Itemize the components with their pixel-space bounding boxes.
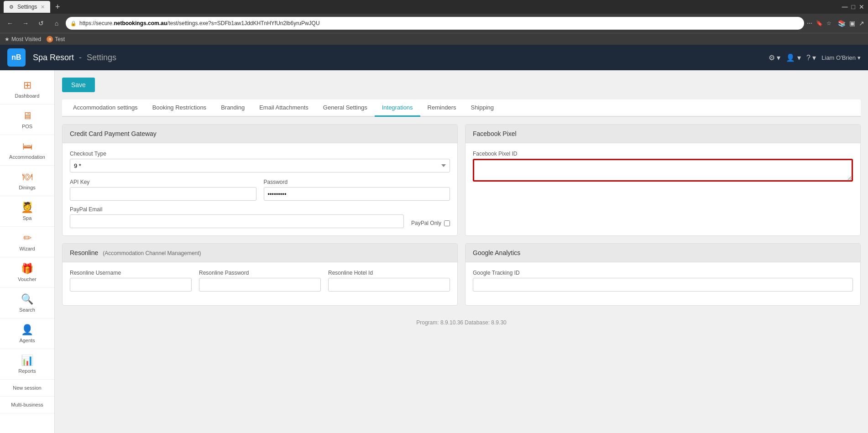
resonline-password-input[interactable]: [199, 278, 321, 292]
password-input[interactable]: [264, 187, 450, 201]
forward-button[interactable]: →: [19, 17, 32, 30]
logo-text: nB: [11, 53, 21, 62]
tab-accommodation-settings[interactable]: Accommodation settings: [66, 99, 145, 117]
sidebar-item-accommodation[interactable]: 🛏 Accommodation: [0, 135, 54, 166]
tab-integrations[interactable]: Integrations: [375, 99, 420, 117]
paypal-email-col: PayPal Email: [70, 206, 404, 228]
resonline-header: Resonline (Accommodation Channel Managem…: [63, 244, 457, 262]
refresh-button[interactable]: ↺: [35, 17, 47, 30]
tab-accommodation-settings-label: Accommodation settings: [73, 104, 138, 111]
help-icon-button[interactable]: ? ▾: [806, 53, 816, 62]
close-window-button[interactable]: ✕: [859, 3, 864, 10]
tracking-id-group: Google Tracking ID: [473, 270, 853, 292]
credit-card-section-header: Credit Card Payment Gateway: [63, 125, 457, 143]
sidebar-label-dashboard: Dashboard: [15, 93, 40, 99]
paypal-email-input[interactable]: [70, 214, 404, 228]
tab-booking-restrictions[interactable]: Booking Restrictions: [145, 99, 214, 117]
wizard-icon: ✏: [23, 232, 31, 244]
credit-card-title: Credit Card Payment Gateway: [70, 130, 157, 137]
sidebar-item-dinings[interactable]: 🍽 Dinings: [0, 166, 54, 196]
tab-shipping[interactable]: Shipping: [463, 99, 501, 117]
sections-grid: Credit Card Payment Gateway Checkout Typ…: [62, 124, 861, 306]
bookmarks-button[interactable]: 🔖: [816, 20, 823, 26]
star-button[interactable]: ☆: [826, 20, 831, 26]
paypal-only-label: PayPal Only: [411, 220, 441, 226]
user-icon-button[interactable]: 👤 ▾: [786, 53, 800, 62]
sidebar-item-reports[interactable]: 📊 Reports: [0, 349, 54, 380]
library-icon[interactable]: 📚: [838, 20, 846, 27]
google-analytics-section: Google Analytics Google Tracking ID: [465, 243, 861, 306]
paypal-only-col: PayPal Only: [411, 206, 450, 228]
content-area: Save Accommodation settings Booking Rest…: [55, 70, 868, 433]
settings-tabs: Accommodation settings Booking Restricti…: [62, 99, 861, 117]
facebook-pixel-title: Facebook Pixel: [473, 130, 517, 137]
lock-icon: 🔒: [70, 21, 77, 26]
sidebar-item-dashboard[interactable]: ⊞ Dashboard: [0, 74, 54, 104]
pixel-id-label: Facebook Pixel ID: [473, 151, 853, 157]
expand-icon[interactable]: ↗: [859, 20, 864, 27]
api-key-col: API Key: [70, 179, 256, 201]
user-name-button[interactable]: Liam O'Brien ▾: [821, 54, 861, 61]
new-tab-button[interactable]: +: [52, 1, 63, 12]
url-text: https://secure.netbookings.com.au/test/s…: [79, 20, 800, 26]
facebook-pixel-id-input[interactable]: [473, 159, 853, 182]
minimize-button[interactable]: ─: [842, 2, 848, 12]
resonline-username-input[interactable]: [70, 278, 192, 292]
sidebar-label-pos: POS: [22, 124, 32, 129]
google-analytics-title: Google Analytics: [473, 249, 520, 256]
sidebar-item-agents[interactable]: 👤 Agents: [0, 318, 54, 349]
tab-reminders-label: Reminders: [428, 104, 456, 111]
home-button[interactable]: ⌂: [50, 17, 63, 30]
test-label: Test: [55, 36, 65, 42]
tab-reminders[interactable]: Reminders: [420, 99, 464, 117]
tab-favicon: ⚙: [9, 4, 14, 10]
sidebar-item-search[interactable]: 🔍 Search: [0, 288, 54, 318]
resonline-title: Resonline: [70, 249, 98, 256]
sidebar-item-spa[interactable]: 💆 Spa: [0, 196, 54, 227]
tab-label: Settings: [17, 4, 37, 10]
sidebar-item-new-session[interactable]: New session: [0, 380, 54, 396]
bookmark-test[interactable]: n Test: [47, 36, 65, 42]
tab-email-attachments[interactable]: Email Attachments: [252, 99, 316, 117]
sidebar: ⊞ Dashboard 🖥 POS 🛏 Accommodation 🍽 Dini…: [0, 70, 55, 433]
sidebar-item-voucher[interactable]: 🎁 Voucher: [0, 257, 54, 288]
main-body: ⊞ Dashboard 🖥 POS 🛏 Accommodation 🍽 Dini…: [0, 70, 868, 433]
sidebar-label-voucher: Voucher: [18, 276, 36, 282]
sidebar-toggle-icon[interactable]: ▣: [849, 20, 855, 27]
most-visited-icon: ★: [5, 36, 10, 42]
app-container: nB Spa Resort - Settings ⚙ ▾ 👤 ▾ ? ▾ Lia…: [0, 45, 868, 433]
tab-general-settings[interactable]: General Settings: [316, 99, 375, 117]
api-key-input[interactable]: [70, 187, 256, 201]
checkout-type-select[interactable]: 9 *: [70, 159, 450, 172]
facebook-pixel-section: Facebook Pixel Facebook Pixel ID: [465, 124, 861, 236]
back-button[interactable]: ←: [4, 17, 16, 30]
paypal-only-checkbox[interactable]: [444, 220, 450, 226]
tab-shipping-label: Shipping: [471, 104, 494, 111]
sidebar-label-new-session: New session: [13, 385, 41, 391]
credit-card-section-body: Checkout Type 9 * API Key: [63, 143, 457, 235]
google-analytics-body: Google Tracking ID: [465, 262, 860, 305]
sidebar-item-pos[interactable]: 🖥 POS: [0, 104, 54, 135]
bookmark-most-visited[interactable]: ★ Most Visited: [5, 36, 41, 42]
sidebar-label-search: Search: [19, 307, 35, 313]
save-button[interactable]: Save: [62, 78, 95, 92]
api-key-password-row: API Key Password: [70, 179, 450, 201]
maximize-button[interactable]: □: [852, 3, 855, 10]
google-analytics-header: Google Analytics: [465, 244, 860, 262]
google-tracking-id-input[interactable]: [473, 278, 853, 292]
browser-tab-settings[interactable]: ⚙ Settings ✕: [4, 1, 50, 13]
tab-close-button[interactable]: ✕: [41, 4, 45, 10]
resonline-hotel-id-input[interactable]: [328, 278, 450, 292]
more-options-button[interactable]: ⋯: [807, 20, 812, 26]
resonline-hotel-id-label: Resonline Hotel Id: [328, 270, 450, 276]
resonline-subtitle: (Accommodation Channel Management): [103, 250, 201, 256]
credit-card-section: Credit Card Payment Gateway Checkout Typ…: [62, 124, 458, 236]
tab-branding[interactable]: Branding: [214, 99, 252, 117]
settings-icon-button[interactable]: ⚙ ▾: [769, 53, 780, 62]
pos-icon: 🖥: [22, 110, 32, 122]
sidebar-item-wizard[interactable]: ✏ Wizard: [0, 227, 54, 257]
sidebar-item-multi-business[interactable]: Multi-business: [0, 396, 54, 413]
dashboard-icon: ⊞: [23, 79, 31, 91]
url-bar[interactable]: 🔒 https://secure.netbookings.com.au/test…: [66, 17, 804, 30]
facebook-pixel-header: Facebook Pixel: [465, 125, 860, 143]
